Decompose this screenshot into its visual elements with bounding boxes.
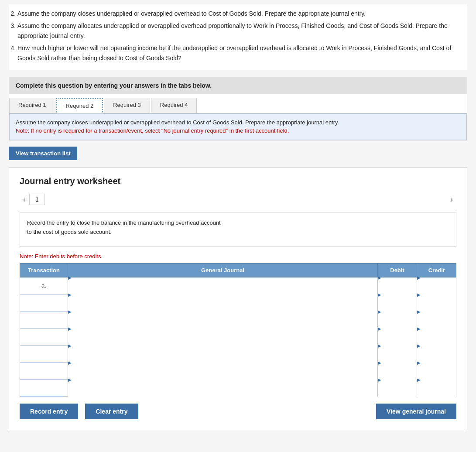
entry-description: Record the entry to close the balance in… <box>20 212 456 247</box>
instruction-item-2: Assume the company closes underapplied o… <box>17 9 467 18</box>
instruction-item-4: How much higher or lower will net operat… <box>17 43 467 63</box>
debit-input[interactable] <box>378 366 417 382</box>
col-transaction: Transaction <box>20 263 68 277</box>
transaction-cell <box>20 311 68 328</box>
credit-input[interactable] <box>417 298 456 314</box>
transaction-cell <box>20 328 68 345</box>
tabs-row: Required 1 Required 2 Required 3 Require… <box>9 94 467 113</box>
debit-input[interactable] <box>378 332 417 348</box>
tab-required-4[interactable]: Required 4 <box>151 98 197 113</box>
credit-cell: ▶ <box>417 277 456 294</box>
prev-page-button[interactable]: ‹ <box>20 193 29 206</box>
worksheet-title: Journal entry worksheet <box>20 176 456 186</box>
credit-input[interactable] <box>417 315 456 331</box>
record-entry-button[interactable]: Record entry <box>20 404 78 419</box>
col-credit: Credit <box>417 263 456 277</box>
action-buttons: Record entry Clear entry View general jo… <box>20 404 456 419</box>
tab-required-1[interactable]: Required 1 <box>9 98 55 113</box>
credit-input[interactable] <box>417 383 456 399</box>
tab-required-3[interactable]: Required 3 <box>104 98 150 113</box>
col-general-journal: General Journal <box>68 263 378 277</box>
worksheet-container: Journal entry worksheet ‹ 1 › Record the… <box>9 167 467 430</box>
view-general-journal-button[interactable]: View general journal <box>376 404 456 419</box>
credit-input[interactable] <box>417 332 456 348</box>
journal-input[interactable] <box>68 332 377 348</box>
col-debit: Debit <box>378 263 417 277</box>
tab-required-2[interactable]: Required 2 <box>56 98 103 113</box>
tabs-container: Required 1 Required 2 Required 3 Require… <box>9 94 467 140</box>
transaction-cell <box>20 379 68 396</box>
transaction-cell <box>20 345 68 362</box>
debit-cell: ▶ <box>378 277 417 294</box>
instruction-item-3: Assume the company allocates underapplie… <box>17 21 467 41</box>
debit-input[interactable] <box>378 298 417 314</box>
journal-input[interactable] <box>68 349 377 365</box>
debit-input[interactable] <box>378 315 417 331</box>
journal-input[interactable] <box>68 366 377 382</box>
journal-input[interactable] <box>68 383 377 399</box>
debit-input[interactable] <box>378 383 417 399</box>
transaction-cell <box>20 294 68 311</box>
view-transaction-button[interactable]: View transaction list <box>9 147 77 160</box>
credit-input[interactable] <box>417 349 456 365</box>
next-page-button[interactable]: › <box>447 193 456 206</box>
clear-entry-button[interactable]: Clear entry <box>85 404 138 419</box>
page-number: 1 <box>29 194 45 205</box>
debits-note: Note: Enter debits before credits. <box>20 253 456 260</box>
journal-table: Transaction General Journal Debit Credit… <box>20 263 456 397</box>
instruction-note: Assume the company closes underapplied o… <box>9 113 467 140</box>
transaction-cell <box>20 362 68 379</box>
journal-cell: ▶ <box>68 277 378 294</box>
journal-input[interactable] <box>68 315 377 331</box>
instructions-section: Assume the company closes underapplied o… <box>9 4 467 70</box>
transaction-cell: a. <box>20 277 68 294</box>
nav-row: ‹ 1 › <box>20 193 456 206</box>
debit-input[interactable] <box>378 349 417 365</box>
credit-input[interactable] <box>417 366 456 382</box>
journal-input[interactable] <box>68 281 377 297</box>
credit-input[interactable] <box>417 281 456 297</box>
complete-question-box: Complete this question by entering your … <box>9 77 467 94</box>
journal-input[interactable] <box>68 298 377 314</box>
debit-input[interactable] <box>378 281 417 297</box>
table-row: a. ▶ ▶ ▶ <box>20 277 456 294</box>
